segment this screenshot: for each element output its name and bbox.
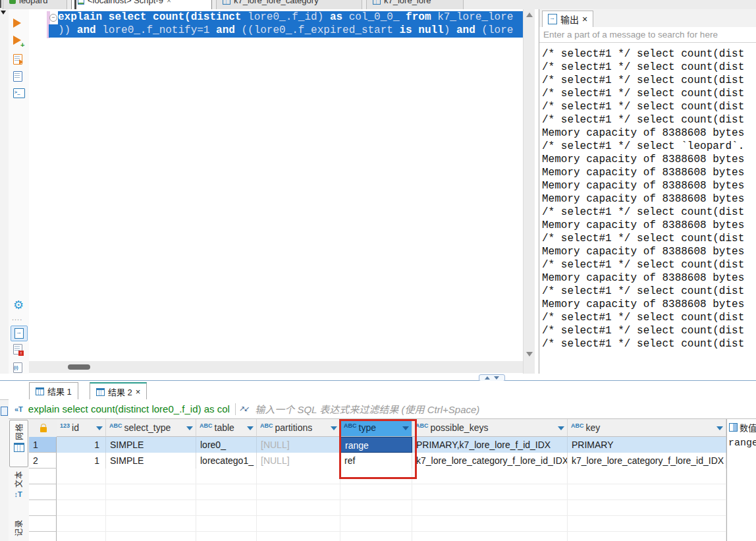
cell-possible_keys[interactable]: PRIMARY,k7_lore_lore_f_id_IDX bbox=[412, 437, 568, 453]
editor-tab[interactable]: leopard bbox=[3, 0, 67, 10]
editor-tab[interactable]: k7_lore_lore_category bbox=[216, 0, 362, 10]
sort-dropdown-icon[interactable] bbox=[186, 426, 193, 430]
sql-variables-button[interactable]: (ι) bbox=[13, 362, 22, 373]
sort-dropdown-icon[interactable] bbox=[96, 426, 103, 430]
editor-horizontal-scrollbar[interactable] bbox=[29, 361, 523, 373]
execute-statement-button[interactable] bbox=[13, 18, 21, 28]
execute-script-button[interactable] bbox=[13, 54, 22, 65]
sql-console-button[interactable]: >_ bbox=[13, 88, 25, 98]
column-header-key[interactable]: ABCkey bbox=[568, 419, 726, 437]
row-number-cell[interactable] bbox=[29, 516, 57, 532]
close-icon[interactable]: × bbox=[136, 387, 141, 397]
plan-icon bbox=[13, 71, 22, 82]
fold-collapse-icon[interactable]: − bbox=[49, 14, 57, 22]
close-icon[interactable]: × bbox=[582, 14, 587, 24]
sort-dropdown-icon[interactable] bbox=[558, 426, 564, 430]
expand-filter-icon[interactable]: ↗↙ bbox=[239, 405, 248, 413]
cell-table[interactable]: lore0_ bbox=[196, 437, 257, 453]
cell-id[interactable]: 1 bbox=[57, 437, 106, 453]
collapse-down-icon[interactable] bbox=[494, 376, 499, 380]
sql-editor[interactable]: − explain select count(distinct lore0_.f… bbox=[29, 9, 523, 361]
column-type-icon: ABC bbox=[571, 422, 584, 429]
scroll-down-arrow-icon[interactable] bbox=[526, 352, 533, 356]
editor-results-sash[interactable] bbox=[0, 374, 756, 381]
output-tab-label: 输出 bbox=[560, 13, 579, 26]
cell-select_type[interactable]: SIMPLE bbox=[106, 437, 196, 453]
cell-partitions[interactable]: [NULL] bbox=[257, 437, 340, 453]
output-line: Memory capacity of 8388608 bytes bbox=[542, 153, 756, 166]
column-header-type[interactable]: ABCtype bbox=[340, 419, 412, 437]
row-number-cell[interactable] bbox=[29, 532, 57, 541]
output-line: /* select#1 */ select count(dist bbox=[542, 61, 756, 74]
editor-tab-label: leopard bbox=[19, 0, 47, 5]
execute-new-tab-button[interactable]: + bbox=[13, 36, 21, 45]
cell-key[interactable]: k7_lore_lore_category_f_lore_id_IDX bbox=[568, 453, 726, 469]
editor-vertical-scrollbar[interactable] bbox=[523, 9, 535, 374]
sql-line[interactable]: )) and lore0_.f_notify=1 and ((lore0_.f_… bbox=[58, 24, 513, 38]
tab-result[interactable]: 结果 2× bbox=[90, 382, 147, 401]
sql-keyword: and bbox=[456, 24, 481, 36]
output-line: /* select#1 */ select count(dist bbox=[542, 324, 756, 337]
output-line: /* select#1 */ select `leopard`. bbox=[542, 140, 756, 153]
table-row[interactable]: 1SIMPLElore0_[NULL]rangePRIMARY,k7_lore_… bbox=[57, 437, 726, 453]
dbeaver-window: leopard<localhost> Script-9×k7_lore_lore… bbox=[0, 0, 756, 541]
value-panel-content[interactable]: range bbox=[727, 434, 756, 449]
column-header-select_type[interactable]: ABCselect_type bbox=[106, 419, 196, 437]
row-number-cell[interactable] bbox=[29, 500, 57, 516]
settings-gear-button[interactable]: ⚙ bbox=[13, 299, 24, 311]
side-tab-text[interactable]: 文本↕T bbox=[9, 468, 27, 514]
close-icon[interactable]: × bbox=[167, 0, 171, 5]
filter-input-placeholder[interactable]: 输入一个 SQL 表达式来过滤结果 (使用 Ctrl+Space) bbox=[255, 402, 479, 416]
variables-doc-icon: (ι) bbox=[13, 362, 22, 373]
cell-type[interactable]: range bbox=[340, 437, 412, 453]
tab-result[interactable]: 结果 1 bbox=[29, 382, 78, 400]
side-tab-other[interactable]: 记录 bbox=[9, 517, 27, 541]
column-header-table[interactable]: ABCtable bbox=[196, 419, 257, 437]
row-header-corner[interactable] bbox=[29, 419, 57, 438]
sort-dropdown-icon[interactable] bbox=[716, 426, 723, 430]
sort-dropdown-icon[interactable] bbox=[331, 426, 337, 430]
row-number-cell[interactable] bbox=[29, 469, 57, 484]
side-tab-label: 文本 bbox=[13, 470, 24, 488]
filter-query-text: explain select count(distinct lore0_.f_i… bbox=[28, 403, 230, 414]
explain-plan-button[interactable] bbox=[13, 71, 22, 82]
editor-tab[interactable]: <localhost> Script-9× bbox=[71, 0, 212, 10]
server-output-log[interactable]: /* select#1 */ select count(dist/* selec… bbox=[539, 43, 756, 374]
row-number-cell[interactable]: 2 bbox=[29, 453, 57, 469]
toggle-output-button[interactable]: → bbox=[11, 326, 28, 341]
column-header-possible_keys[interactable]: ABCpossible_keys bbox=[412, 419, 568, 437]
column-header-id[interactable]: 123id bbox=[57, 419, 106, 437]
sql-line[interactable]: explain select count(distinct lore0_.f_i… bbox=[58, 11, 513, 24]
minimized-view-icon[interactable] bbox=[1, 407, 8, 416]
grid-line bbox=[57, 515, 726, 516]
side-tab-grid[interactable]: 网格 bbox=[9, 420, 28, 467]
editor-tab[interactable]: k7_lore_lore bbox=[366, 0, 464, 10]
sort-dropdown-icon[interactable] bbox=[247, 426, 254, 430]
sort-dropdown-icon[interactable] bbox=[402, 426, 409, 430]
sql-keyword: and bbox=[77, 24, 102, 36]
results-filter-bar[interactable]: «T explain select count(distinct lore0_.… bbox=[9, 399, 756, 419]
cell-table[interactable]: lorecatego1_ bbox=[196, 453, 257, 469]
cell-id[interactable]: 1 bbox=[57, 453, 106, 469]
row-number-cell[interactable]: 1 bbox=[29, 437, 57, 453]
tab-output[interactable]: → 输出 × bbox=[542, 11, 593, 27]
cell-possible_keys[interactable]: k7_lore_lore_category_f_lore_id_IDX bbox=[412, 453, 568, 469]
row-number-cell[interactable] bbox=[29, 484, 57, 500]
chevron-down-icon[interactable] bbox=[1, 11, 6, 14]
cell-partitions[interactable]: [NULL] bbox=[257, 453, 340, 469]
cell-key[interactable]: PRIMARY bbox=[568, 437, 726, 453]
scrollbar-thumb[interactable] bbox=[68, 364, 90, 370]
script-icon bbox=[78, 0, 84, 5]
cell-select_type[interactable]: SIMPLE bbox=[106, 453, 196, 469]
output-line: /* select#1 */ select count(dist bbox=[542, 311, 756, 324]
cell-type[interactable]: ref bbox=[340, 453, 412, 469]
sql-text[interactable]: explain select count(distinct lore0_.f_i… bbox=[58, 11, 513, 38]
column-header-partitions[interactable]: ABCpartitions bbox=[257, 419, 340, 437]
show-problems-button[interactable]: ! bbox=[13, 344, 22, 355]
column-name: table bbox=[215, 422, 234, 433]
table-row[interactable]: 1SIMPLElorecatego1_[NULL]refk7_lore_lore… bbox=[57, 453, 726, 469]
collapse-up-icon[interactable] bbox=[485, 376, 490, 380]
output-search-input[interactable]: Enter a part of a message to search for … bbox=[539, 27, 756, 43]
column-type-icon: ABC bbox=[200, 422, 213, 429]
scroll-up-arrow-icon[interactable] bbox=[526, 13, 533, 17]
